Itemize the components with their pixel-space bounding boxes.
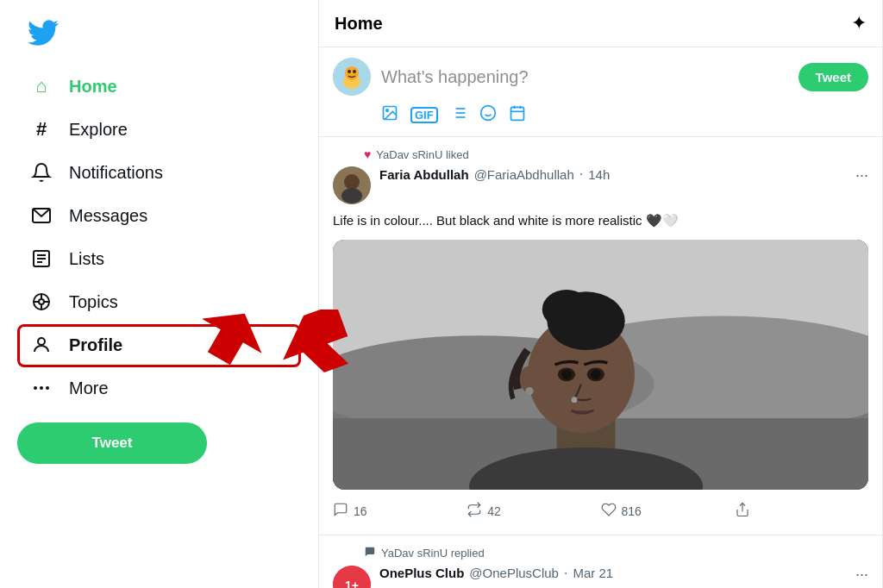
messages-label: Messages	[69, 206, 147, 226]
tweet-more-button-2[interactable]: ···	[855, 566, 868, 584]
reply-count: 16	[354, 504, 367, 518]
main-content: Home ✦ What's happening? T	[319, 0, 883, 588]
tweet-avatar-oneplus[interactable]: 1+	[333, 566, 371, 589]
tweet-body: Life is in colour.... But black and whit…	[333, 211, 868, 231]
compose-area: What's happening? Tweet GIF	[319, 47, 882, 137]
svg-point-11	[38, 338, 45, 345]
svg-point-58	[572, 397, 578, 403]
tweet-author-handle-2: @OnePlusClub	[469, 566, 559, 580]
share-action[interactable]	[735, 498, 868, 524]
tweet-author-name-2[interactable]: OnePlus Club	[379, 566, 464, 580]
liked-by-row: ♥ YaDav sRinU liked	[333, 147, 868, 161]
compose-avatar	[333, 58, 371, 96]
tweet-image-inner	[333, 240, 868, 490]
sidebar-item-notifications[interactable]: Notifications	[17, 152, 301, 193]
like-count: 816	[622, 504, 642, 518]
more-label: More	[69, 378, 109, 398]
svg-point-30	[480, 106, 495, 121]
tweet-meta-2: OnePlus Club @OnePlusClub · Mar 21	[379, 566, 847, 581]
svg-text:1+: 1+	[345, 579, 359, 589]
mail-icon	[29, 203, 53, 228]
svg-point-38	[344, 174, 360, 190]
retweet-action[interactable]: 42	[467, 498, 600, 524]
replied-by-text: YaDav sRinU replied	[381, 547, 485, 560]
explore-label: Explore	[69, 120, 128, 140]
svg-point-15	[40, 386, 43, 390]
tweet-time-2: Mar 21	[573, 566, 613, 580]
profile-item-wrapper: Profile	[17, 324, 301, 367]
svg-point-39	[341, 188, 362, 203]
retweet-count: 42	[487, 504, 501, 518]
lists-icon	[29, 247, 53, 271]
tweet-author-row-2: OnePlus Club @OnePlusClub · Mar 21	[379, 566, 847, 581]
tweet-button[interactable]: Tweet	[17, 422, 207, 464]
schedule-tool-icon[interactable]	[509, 104, 526, 126]
notifications-label: Notifications	[69, 163, 163, 183]
sidebar: ⌂ Home # Explore Notifications Messages …	[0, 0, 319, 588]
heart-filled-icon: ♥	[364, 147, 371, 161]
tweet-image	[333, 240, 868, 490]
tweet-author-name[interactable]: Faria Abdullah	[379, 167, 469, 182]
compose-tools: GIF	[333, 104, 868, 126]
gif-tool-icon[interactable]: GIF	[410, 107, 438, 123]
share-icon	[735, 502, 750, 521]
tweet-author-row: Faria Abdullah @FariaAbdhullah · 14h	[379, 166, 847, 182]
svg-point-19	[345, 66, 359, 80]
sidebar-item-lists[interactable]: Lists	[17, 238, 301, 279]
twitter-logo[interactable]	[17, 9, 301, 66]
tweet-card-2: YaDav sRinU replied 1+ OnePlus Club @One…	[319, 535, 882, 589]
svg-point-23	[386, 109, 389, 111]
tweet-avatar-faria[interactable]	[333, 166, 371, 204]
page-title: Home	[335, 14, 383, 34]
topics-icon	[29, 290, 53, 314]
compose-tweet-button[interactable]: Tweet	[798, 63, 868, 91]
svg-point-16	[46, 386, 49, 390]
explore-icon: #	[29, 117, 53, 141]
sidebar-item-explore[interactable]: # Explore	[17, 109, 301, 150]
svg-point-51	[581, 298, 620, 328]
tweet-time: 14h	[588, 167, 610, 182]
home-icon: ⌂	[29, 74, 53, 98]
svg-point-21	[353, 70, 356, 73]
svg-point-14	[34, 386, 37, 390]
home-label: Home	[69, 77, 117, 97]
compose-row: What's happening? Tweet	[333, 58, 868, 96]
replied-by-row: YaDav sRinU replied	[333, 546, 868, 560]
lists-label: Lists	[69, 249, 104, 269]
twitter-bird-icon	[28, 17, 59, 48]
topics-label: Topics	[69, 292, 118, 312]
compose-placeholder[interactable]: What's happening?	[381, 67, 788, 87]
profile-icon	[29, 333, 53, 357]
sidebar-item-home[interactable]: ⌂ Home	[17, 66, 301, 107]
tweet-author-handle: @FariaAbdhullah	[474, 167, 574, 182]
compose-avatar-image	[333, 58, 371, 96]
svg-point-57	[526, 386, 534, 394]
svg-point-53	[561, 369, 571, 378]
sparkle-icon[interactable]: ✦	[851, 12, 867, 34]
reply-icon	[333, 502, 348, 521]
tweet-header: Faria Abdullah @FariaAbdhullah · 14h ···	[333, 166, 868, 204]
reply-action[interactable]: 16	[333, 498, 467, 524]
svg-point-55	[591, 369, 600, 378]
svg-rect-33	[510, 107, 523, 120]
tweet-meta: Faria Abdullah @FariaAbdhullah · 14h	[379, 166, 847, 182]
red-arrow	[203, 310, 353, 382]
tweet-actions: 16 42 816	[333, 498, 868, 524]
tweet-more-button[interactable]: ···	[855, 166, 868, 185]
emoji-tool-icon[interactable]	[479, 104, 497, 126]
profile-label: Profile	[69, 335, 122, 355]
bell-icon	[29, 160, 53, 185]
like-action[interactable]: 816	[601, 498, 735, 524]
poll-tool-icon[interactable]	[450, 104, 467, 126]
tweet-header-2: 1+ OnePlus Club @OnePlusClub · Mar 21 ··…	[333, 566, 868, 589]
svg-point-20	[348, 70, 351, 73]
svg-marker-13	[275, 310, 353, 378]
chat-bubble-icon	[364, 546, 376, 560]
main-header: Home ✦	[319, 0, 882, 47]
sidebar-item-messages[interactable]: Messages	[17, 195, 301, 236]
image-tool-icon[interactable]	[381, 104, 398, 126]
tweet-card-1: ♥ YaDav sRinU liked Faria Abdullah @Fari…	[319, 137, 882, 535]
retweet-icon	[467, 502, 482, 521]
more-icon	[29, 376, 53, 400]
svg-point-6	[39, 299, 44, 304]
